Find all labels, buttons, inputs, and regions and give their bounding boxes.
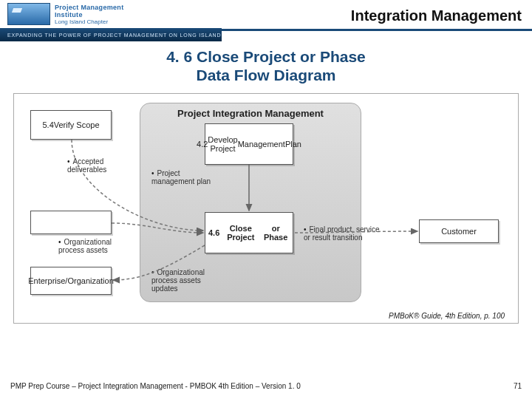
header: Project Management Institute Long Island… <box>0 0 532 41</box>
title-line1: 4. 6 Close Project or Phase <box>0 47 532 66</box>
pmi-logo-icon <box>7 3 50 25</box>
label-accepted-deliverables: Accepted deliverables <box>67 157 137 174</box>
org-line1: Project Management Institute <box>55 4 143 18</box>
org-line2: Long Island Chapter <box>55 18 143 25</box>
section-topic: Integration Management <box>222 0 532 29</box>
panel-title: Project Integration Management <box>140 103 361 119</box>
tagline-strip: EXPANDING THE POWER OF PROJECT MANAGEMEN… <box>0 28 222 41</box>
box-develop-plan: 4.2Develop ProjectManagementPlan <box>205 123 293 165</box>
diagram-container: Project Integration Management 5.4Verify… <box>13 93 519 324</box>
header-rule <box>222 29 532 31</box>
footer: PMP Prep Course – Project Integration Ma… <box>0 382 532 390</box>
page-title: 4. 6 Close Project or Phase Data Flow Di… <box>0 47 532 84</box>
page-number: 71 <box>514 382 522 390</box>
footer-left: PMP Prep Course – Project Integration Ma… <box>10 382 301 390</box>
source-credit: PMBoK® Guide, 4th Edition, p. 100 <box>389 312 505 320</box>
label-pm-plan: Project management plan <box>151 169 222 185</box>
label-opa: Organizational process assets <box>58 238 129 254</box>
box-verify-scope: 5.4Verify Scope <box>30 110 112 140</box>
box-customer: Customer <box>419 219 499 243</box>
box-blank-opa <box>30 211 112 234</box>
logo-block: Project Management Institute Long Island… <box>0 0 222 41</box>
box-close-project: 4.6Close Projector Phase <box>205 212 293 253</box>
title-line2: Data Flow Diagram <box>0 66 532 84</box>
label-opa-updates: Organizational process assets updates <box>151 268 229 293</box>
label-final-product: Final product, service or result transit… <box>304 225 385 242</box>
org-name: Project Management Institute Long Island… <box>55 3 143 25</box>
box-enterprise-org: Enterprise/Organization <box>30 267 112 295</box>
